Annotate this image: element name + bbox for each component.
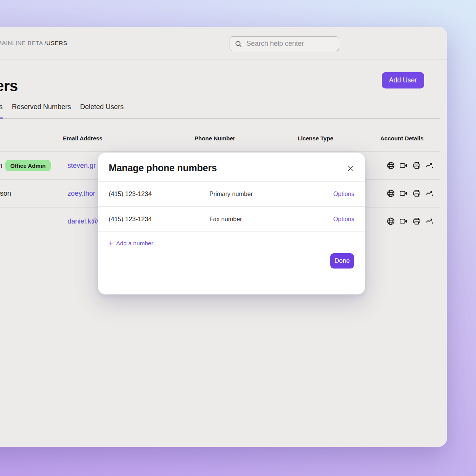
printer-icon[interactable]: [412, 189, 421, 198]
tab-deleted-users[interactable]: Deleted Users: [80, 103, 124, 111]
globe-icon[interactable]: [386, 161, 395, 170]
add-number-link[interactable]: + Add a number: [98, 232, 164, 247]
active-tab-underline: [0, 117, 3, 119]
phone-number: (415) 123-1234: [109, 215, 209, 223]
modal-header: Manage phone numbers: [98, 153, 365, 181]
search-icon: [235, 40, 242, 48]
video-camera-icon[interactable]: [399, 161, 408, 170]
tab-bar-divider: [0, 118, 440, 119]
plus-icon: +: [109, 241, 113, 246]
trending-up-icon[interactable]: [425, 189, 434, 198]
tab-bar: Users Reserved Numbers Deleted Users: [0, 103, 124, 111]
video-camera-icon[interactable]: [399, 217, 408, 226]
options-link[interactable]: Options: [333, 216, 354, 223]
user-name-fragment: n: [0, 162, 2, 170]
trending-up-icon[interactable]: [425, 161, 434, 170]
done-button[interactable]: Done: [330, 253, 354, 269]
manage-phone-numbers-dialog: Manage phone numbers (415) 123-1234 Prim…: [98, 153, 365, 294]
add-number-label: Add a number: [116, 240, 153, 247]
breadcrumb-separator: /: [43, 40, 47, 46]
search-input[interactable]: [246, 39, 334, 48]
breadcrumb: MAINLINE BETA /USERS: [0, 40, 67, 46]
phone-number: (415) 123-1234: [109, 190, 209, 198]
account-details-actions: [386, 161, 434, 170]
printer-icon[interactable]: [412, 161, 421, 170]
video-camera-icon[interactable]: [399, 189, 408, 198]
phone-number-type: Primary number: [209, 191, 333, 198]
modal-footer: Done: [98, 247, 365, 269]
account-details-actions: [386, 189, 434, 198]
user-name-fragment: son: [0, 190, 11, 198]
email-link[interactable]: steven.gr: [68, 162, 96, 170]
close-icon[interactable]: [346, 163, 356, 174]
account-details-actions: [386, 217, 434, 226]
email-link[interactable]: zoey.thor: [68, 190, 95, 198]
breadcrumb-page[interactable]: USERS: [47, 40, 68, 46]
add-user-button[interactable]: Add User: [382, 72, 424, 88]
tab-users[interactable]: Users: [0, 103, 3, 111]
globe-icon[interactable]: [386, 189, 395, 198]
phone-number-row: (415) 123-1234 Primary number Options: [98, 182, 365, 207]
phone-number-row: (415) 123-1234 Fax number Options: [98, 207, 365, 232]
role-badge: Office Admin: [5, 160, 51, 171]
breadcrumb-app[interactable]: MAINLINE BETA: [0, 40, 43, 46]
page-title: Users: [0, 77, 18, 95]
phone-number-type: Fax number: [209, 216, 333, 223]
email-link[interactable]: daniel.k@: [68, 217, 98, 225]
column-header-license: License Type: [298, 135, 333, 142]
column-header-email: Email Address: [63, 135, 103, 142]
globe-icon[interactable]: [386, 217, 395, 226]
options-link[interactable]: Options: [333, 191, 354, 198]
tab-reserved-numbers[interactable]: Reserved Numbers: [12, 103, 71, 111]
top-bar: MAINLINE BETA /USERS: [0, 27, 447, 60]
help-search[interactable]: [230, 36, 339, 51]
modal-title: Manage phone numbers: [109, 162, 217, 174]
column-header-account: Account Details: [380, 135, 423, 142]
trending-up-icon[interactable]: [425, 217, 434, 226]
printer-icon[interactable]: [412, 217, 421, 226]
column-header-phone: Phone Number: [195, 135, 235, 142]
